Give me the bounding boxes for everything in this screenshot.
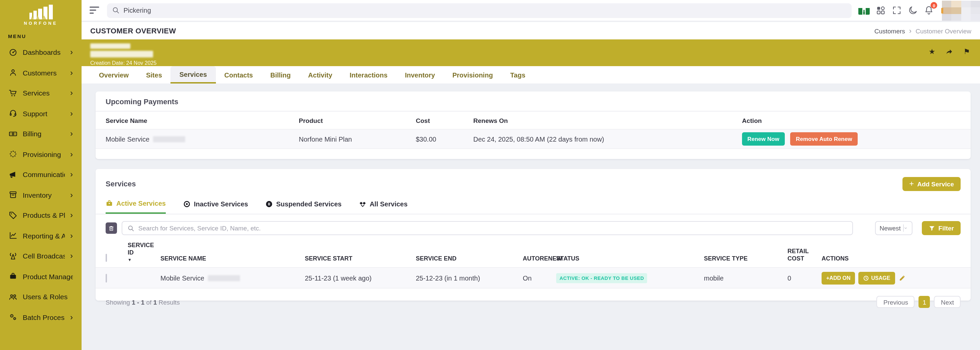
- sidebar: NORFONE MENU Dashboards › Customers › Se…: [0, 0, 81, 350]
- sidebar-item-users-roles[interactable]: Users & Roles: [0, 287, 81, 307]
- all-services-icon: [359, 200, 366, 208]
- col-product: Product: [299, 117, 416, 124]
- sidebar-item-inventory[interactable]: Inventory ›: [0, 185, 81, 205]
- tab-suspended-services[interactable]: Suspended Services: [266, 200, 342, 214]
- tab-interactions[interactable]: Interactions: [341, 66, 396, 84]
- next-page-button[interactable]: Next: [934, 296, 961, 308]
- customer-tabs: Overview Sites Services Contacts Billing…: [81, 66, 980, 84]
- breadcrumb-chevron-icon: ›: [909, 27, 912, 35]
- payment-cost: $30.00: [416, 135, 473, 143]
- sidebar-item-provisioning[interactable]: Provisioning ›: [0, 144, 81, 164]
- tab-all-services[interactable]: All Services: [359, 200, 407, 214]
- payment-product: Norfone Mini Plan: [299, 135, 416, 143]
- dark-mode-moon-icon[interactable]: [908, 5, 918, 15]
- bulk-delete-button[interactable]: [106, 222, 117, 234]
- sidebar-item-cell-broadcast[interactable]: Cell Broadcast ›: [0, 246, 81, 266]
- col-actions: ACTIONS: [822, 255, 961, 263]
- service-table-row: Mobile Service 25-11-23 (1 week ago) 25-…: [95, 267, 970, 288]
- service-name: Mobile Service: [161, 274, 204, 282]
- redacted-customer-name-line1: [90, 43, 130, 49]
- tab-activity[interactable]: Activity: [299, 66, 341, 84]
- norfolk-flag-icon: [859, 8, 870, 14]
- tab-contacts[interactable]: Contacts: [216, 66, 262, 84]
- person-icon: [9, 68, 18, 77]
- banner-actions: ★ ⚑: [929, 48, 970, 55]
- sort-dropdown[interactable]: Newest: [875, 221, 913, 235]
- service-type: mobile: [704, 274, 788, 282]
- breadcrumb-customers[interactable]: Customers: [874, 27, 905, 35]
- previous-page-button[interactable]: Previous: [877, 296, 915, 308]
- sidebar-item-services[interactable]: Services ›: [0, 83, 81, 103]
- sidebar-item-batch-processes[interactable]: Batch Processes ›: [0, 307, 81, 327]
- sidebar-item-products-plans[interactable]: Products & Plans ›: [0, 205, 81, 225]
- remove-auto-renew-button[interactable]: Remove Auto Renew: [791, 132, 858, 146]
- sort-desc-icon[interactable]: ▼: [128, 258, 161, 263]
- hamburger-menu-icon[interactable]: [89, 6, 102, 14]
- add-on-button[interactable]: +ADD ON: [822, 271, 855, 284]
- global-search-input[interactable]: [124, 7, 846, 14]
- search-icon: [128, 225, 134, 231]
- gears-icon: [9, 313, 18, 321]
- brand-logo[interactable]: NORFONE: [0, 0, 81, 27]
- filter-funnel-icon: [929, 225, 935, 231]
- tab-billing[interactable]: Billing: [262, 66, 299, 84]
- notifications-bell-icon[interactable]: 0: [924, 5, 934, 15]
- edit-pencil-icon[interactable]: [898, 274, 906, 282]
- services-search[interactable]: [122, 221, 853, 235]
- tab-active-services[interactable]: Active Services: [106, 200, 166, 214]
- page-1-button[interactable]: 1: [919, 296, 930, 308]
- language-flag-icon[interactable]: [859, 6, 870, 14]
- col-autorenew: AUTORENEW: [523, 255, 556, 263]
- tab-sites[interactable]: Sites: [137, 66, 171, 84]
- services-search-input[interactable]: [138, 225, 847, 232]
- col-retail-cost: RETAIL COST: [788, 247, 813, 263]
- chevron-right-icon: ›: [70, 192, 73, 198]
- filter-button[interactable]: Filter: [922, 221, 961, 235]
- flag-report-icon[interactable]: ⚑: [963, 48, 970, 55]
- fullscreen-icon[interactable]: [892, 5, 902, 15]
- chevron-right-icon: ›: [70, 49, 73, 56]
- chevron-right-icon: ›: [70, 171, 73, 178]
- page-header: CUSTOMER OVERVIEW Customers › Customer O…: [81, 22, 980, 40]
- tab-inactive-services[interactable]: Inactive Services: [183, 200, 248, 214]
- usage-button[interactable]: USAGE: [858, 271, 895, 284]
- favorite-star-icon[interactable]: ★: [929, 48, 935, 55]
- tab-inventory[interactable]: Inventory: [396, 66, 444, 84]
- tab-tags[interactable]: Tags: [502, 66, 534, 84]
- sidebar-item-billing[interactable]: Billing ›: [0, 124, 81, 144]
- usage-icon: [863, 275, 869, 281]
- apps-grid-icon[interactable]: [876, 5, 886, 15]
- tab-provisioning[interactable]: Provisioning: [444, 66, 501, 84]
- breadcrumb: Customers › Customer Overview: [874, 27, 971, 35]
- chevron-down-icon: [904, 225, 907, 231]
- main-content: Upcoming Payments Service Name Product C…: [81, 84, 980, 350]
- share-icon[interactable]: [945, 48, 953, 55]
- sidebar-item-reporting-analytics[interactable]: Reporting & Analytics ›: [0, 225, 81, 246]
- user-avatar[interactable]: [942, 0, 980, 21]
- retail-cost: 0: [788, 274, 822, 282]
- col-service-type: SERVICE TYPE: [704, 255, 788, 263]
- sidebar-item-customers[interactable]: Customers ›: [0, 62, 81, 83]
- tab-services[interactable]: Services: [171, 66, 216, 84]
- select-all-checkbox[interactable]: [106, 254, 107, 262]
- menu-label: MENU: [0, 27, 81, 42]
- suspended-services-icon: [266, 200, 273, 208]
- banknote-icon: [9, 130, 18, 138]
- renew-now-button[interactable]: Renew Now: [742, 132, 784, 146]
- global-search[interactable]: [107, 3, 852, 18]
- col-status: STATUS: [556, 255, 704, 263]
- tab-overview[interactable]: Overview: [90, 66, 137, 84]
- services-title: Services: [106, 180, 136, 188]
- row-checkbox[interactable]: [106, 274, 107, 282]
- megaphone-icon: [9, 170, 18, 179]
- col-service-id[interactable]: SERVICE ID: [128, 242, 161, 257]
- add-service-button[interactable]: + Add Service: [902, 177, 961, 191]
- chevron-right-icon: ›: [70, 151, 73, 158]
- tag-icon: [9, 211, 18, 220]
- sidebar-item-product-management[interactable]: Product Management: [0, 266, 81, 287]
- chevron-right-icon: ›: [70, 314, 73, 321]
- sidebar-item-dashboards[interactable]: Dashboards ›: [0, 42, 81, 62]
- sidebar-item-support[interactable]: Support ›: [0, 103, 81, 124]
- sidebar-item-communications[interactable]: Communications ›: [0, 164, 81, 185]
- creation-date: Creation Date: 24 Nov 2025: [90, 60, 971, 66]
